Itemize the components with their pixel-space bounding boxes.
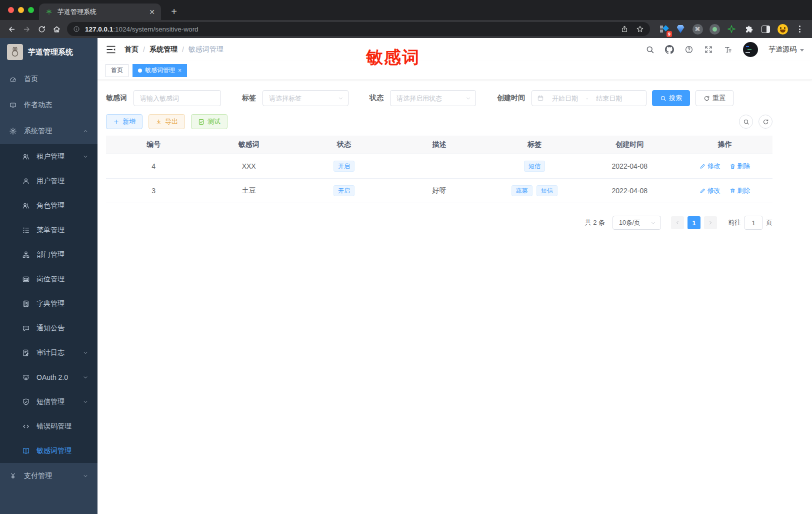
open-book-icon: [22, 447, 30, 455]
app-logo[interactable]: 芋道管理系统: [0, 38, 98, 66]
breadcrumb-system[interactable]: 系统管理: [150, 45, 178, 54]
sidebar-item-notice[interactable]: 通知公告: [0, 316, 98, 340]
sidebar-item-tenant[interactable]: 租户管理: [0, 144, 98, 169]
toggle-search-button[interactable]: [739, 115, 753, 129]
goto-page-input[interactable]: [744, 216, 762, 230]
site-info-icon[interactable]: [73, 26, 80, 33]
reset-button[interactable]: 重置: [696, 90, 734, 106]
org-tree-icon: [22, 251, 30, 259]
sidebar-item-label: 部门管理: [36, 250, 64, 259]
sidebar: 芋道管理系统 首页 作者动态 系统管理 租户管理 用户管理: [0, 38, 98, 514]
browser-menu-icon[interactable]: [794, 24, 805, 35]
sidebar-item-audit[interactable]: 审计日志: [0, 340, 98, 365]
edit-link[interactable]: 修改: [700, 162, 720, 171]
browser-home-button[interactable]: [49, 22, 64, 37]
delete-link[interactable]: 删除: [730, 162, 750, 171]
github-icon[interactable]: [665, 45, 674, 54]
sidebar-item-author[interactable]: 作者动态: [0, 92, 98, 118]
tab-close-icon[interactable]: ✕: [149, 8, 155, 16]
export-button[interactable]: 导出: [148, 114, 185, 129]
date-range-picker[interactable]: -: [532, 90, 646, 106]
sidebar-item-label: 岗位管理: [36, 275, 64, 284]
tab-sensitive-word[interactable]: 敏感词管理 ×: [132, 64, 187, 77]
page-size-select[interactable]: [612, 216, 661, 230]
new-tab-button[interactable]: +: [167, 5, 181, 19]
browser-forward-button[interactable]: [19, 22, 34, 37]
sidebar-item-label: 系统管理: [24, 127, 52, 136]
table-header-row: 编号 敏感词 状态 描述 标签 创建时间 操作: [106, 136, 772, 154]
search-icon: [660, 95, 666, 102]
dictionary-book-icon: [22, 300, 30, 308]
users-icon: [22, 202, 30, 210]
sidebar-item-sensitive-word[interactable]: 敏感词管理: [0, 438, 98, 463]
column-header: 标签: [487, 140, 582, 149]
tab-home[interactable]: 首页: [106, 64, 128, 77]
tab-close-icon[interactable]: ×: [178, 67, 182, 74]
sidebar-item-post[interactable]: 岗位管理: [0, 267, 98, 291]
profile-avatar-icon[interactable]: [777, 24, 788, 35]
start-date-input[interactable]: [547, 95, 583, 102]
extension-gem-icon[interactable]: [675, 24, 686, 35]
active-dot-icon: [138, 69, 142, 73]
refresh-icon: [704, 95, 710, 102]
extension-green-star-icon[interactable]: [726, 24, 737, 35]
robot-icon: [22, 373, 30, 381]
browser-back-button[interactable]: [4, 22, 19, 37]
sidebar-item-oauth[interactable]: OAuth 2.0: [0, 365, 98, 389]
zoom-window-button[interactable]: [28, 7, 34, 13]
browser-reload-button[interactable]: [34, 22, 49, 37]
user-avatar[interactable]: [743, 42, 758, 57]
search-button[interactable]: 搜索: [652, 90, 690, 106]
side-panel-icon[interactable]: [760, 24, 771, 35]
browser-tab[interactable]: 芋道管理系统 ✕: [39, 4, 161, 20]
breadcrumb-separator: /: [182, 46, 184, 54]
sidebar-item-home[interactable]: 首页: [0, 66, 98, 92]
edit-link[interactable]: 修改: [700, 186, 720, 195]
sidebar-item-pay[interactable]: 支付管理: [0, 463, 98, 489]
page-number-1[interactable]: 1: [688, 216, 700, 229]
extensions-puzzle-icon[interactable]: [743, 24, 754, 35]
fullscreen-icon[interactable]: [704, 45, 713, 54]
search-icon[interactable]: [646, 45, 654, 54]
share-icon[interactable]: [620, 25, 628, 33]
prev-page-button[interactable]: [671, 216, 684, 229]
site-favicon-leaf-icon: [45, 8, 53, 16]
breadcrumb-home[interactable]: 首页: [124, 45, 138, 54]
test-button[interactable]: 测试: [191, 114, 228, 129]
sidebar-item-dept[interactable]: 部门管理: [0, 242, 98, 267]
user-menu[interactable]: 芋道源码: [768, 45, 804, 54]
help-question-icon[interactable]: [684, 45, 694, 54]
sidebar-item-dict[interactable]: 字典管理: [0, 291, 98, 316]
author-chat-icon: [9, 101, 17, 109]
tag-select[interactable]: [262, 90, 348, 106]
next-page-button[interactable]: [704, 216, 717, 229]
table-toolbar: 新增 导出 测试: [106, 114, 772, 129]
filter-status-label: 状态: [370, 94, 384, 103]
chevron-right-icon: [708, 220, 714, 226]
sidebar-item-system[interactable]: 系统管理: [0, 118, 98, 144]
refresh-table-button[interactable]: [758, 115, 772, 129]
status-select[interactable]: [390, 90, 476, 106]
extension-record-icon[interactable]: [709, 24, 720, 35]
add-button[interactable]: 新增: [106, 114, 142, 129]
cell-id: 4: [106, 162, 201, 170]
sidebar-fold-icon[interactable]: [106, 44, 116, 55]
address-bar[interactable]: 127.0.0.1:1024/system/sensitive-word: [67, 22, 650, 36]
close-window-button[interactable]: [8, 7, 14, 13]
sidebar-item-menu[interactable]: 菜单管理: [0, 218, 98, 242]
minimize-window-button[interactable]: [18, 7, 24, 13]
search-button-label: 搜索: [669, 94, 682, 103]
sidebar-item-sms[interactable]: 短信管理: [0, 389, 98, 414]
breadcrumb-current: 敏感词管理: [188, 45, 224, 54]
sidebar-item-role[interactable]: 角色管理: [0, 193, 98, 218]
font-size-icon[interactable]: [724, 45, 732, 54]
extension-command-icon[interactable]: ⌘: [692, 24, 703, 35]
sidebar-item-errcode[interactable]: 错误码管理: [0, 414, 98, 438]
bookmark-star-icon[interactable]: [636, 25, 644, 33]
window-controls[interactable]: [8, 7, 34, 13]
word-input[interactable]: [134, 90, 221, 106]
extension-grid-icon[interactable]: 9: [658, 24, 669, 35]
delete-link[interactable]: 删除: [730, 186, 750, 195]
sidebar-item-user[interactable]: 用户管理: [0, 169, 98, 193]
end-date-input[interactable]: [591, 95, 627, 102]
